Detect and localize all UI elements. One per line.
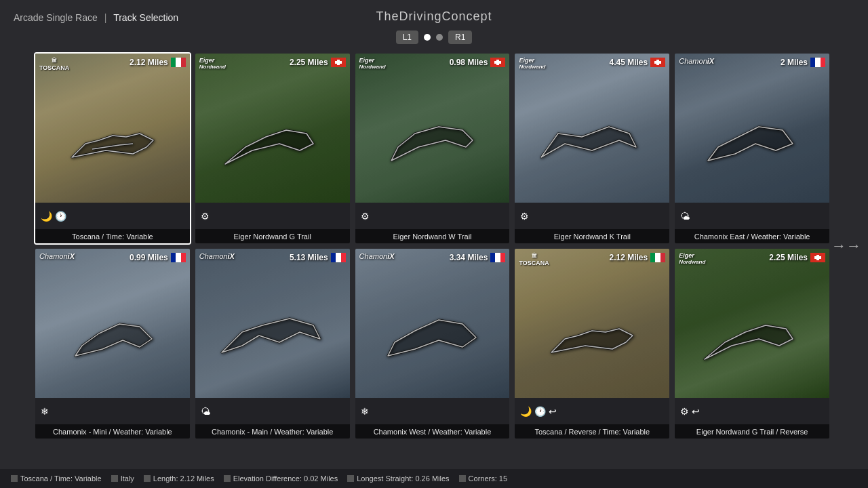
track-top-bar: ChamoniX 0.99 Miles — [39, 253, 186, 265]
track-card-eiger-nordwand-w[interactable]: Eiger Nordwand 0.98 Miles ⚙ — [354, 52, 511, 245]
footer-dot-1 — [111, 475, 118, 482]
svg-rect-2 — [181, 58, 186, 67]
svg-rect-18 — [331, 253, 336, 262]
track-card-toscana-time-variable[interactable]: 🏛 TOSCANA 2.12 Miles 🌙 🕐 — [34, 52, 191, 245]
site-title: TheDrivingConcept — [376, 9, 492, 24]
track-logo: ChamoniX — [359, 253, 395, 260]
track-top-bar: Eiger Nordwand 0.98 Miles — [359, 58, 506, 70]
track-logo: Eiger Nordwand — [679, 253, 705, 266]
track-flag — [490, 253, 505, 265]
footer-item-3: Elevation Difference: 0.02 Miles — [224, 474, 338, 483]
track-right-header: 2.12 Miles — [130, 58, 186, 70]
track-logo: 🏛 TOSCANA — [39, 58, 69, 71]
nav-dot-1 — [424, 34, 431, 41]
track-grid: 🏛 TOSCANA 2.12 Miles 🌙 🕐 — [0, 49, 868, 443]
svg-rect-8 — [494, 61, 501, 64]
track-top-bar: ChamoniX 5.13 Miles — [199, 253, 346, 265]
track-condition-icons: ⚙ ↩ — [680, 406, 700, 417]
svg-rect-26 — [660, 253, 665, 262]
footer-text-4: Longest Straight: 0.26 Miles — [357, 474, 449, 483]
header: Arcade Single Race | Track Selection The… — [0, 0, 868, 49]
track-outline — [691, 298, 813, 389]
track-flag — [331, 58, 346, 70]
track-miles: 4.45 Miles — [609, 58, 648, 67]
track-card-eiger-nordwand-k[interactable]: Eiger Nordwand 4.45 Miles ⚙ — [513, 52, 671, 245]
svg-rect-29 — [814, 256, 821, 259]
track-card-eiger-nordwand-g[interactable]: Eiger Nordwand 2.25 Miles ⚙ — [194, 52, 351, 245]
track-top-bar: Eiger Nordwand 2.25 Miles — [679, 253, 825, 266]
track-outline — [52, 103, 174, 194]
track-logo: Eiger Nordwand — [359, 58, 386, 70]
track-label: Chamonix West / Weather: Variable — [355, 424, 510, 439]
track-label: Eiger Nordwand G Trail / Reverse — [675, 424, 829, 439]
svg-rect-16 — [176, 253, 181, 262]
track-card-chamonix-east[interactable]: ChamoniX 2 Miles 🌤 Chamonix Ea — [673, 52, 831, 245]
track-miles: 0.98 Miles — [450, 58, 488, 67]
track-logo: ChamoniX — [39, 253, 75, 260]
track-outline — [371, 103, 493, 194]
track-condition-icons: 🌙 🕐 ↩ — [520, 406, 557, 417]
track-flag — [810, 253, 825, 265]
track-card-toscana-reverse[interactable]: 🏛 TOSCANA 2.12 Miles 🌙 🕐 ↩ — [513, 247, 671, 440]
track-condition-icons: ⚙ — [361, 211, 370, 222]
track-label: Eiger Nordwand K Trail — [515, 229, 669, 243]
track-right-header: 2.25 Miles — [769, 253, 825, 265]
footer-item-0: Toscana / Time: Variable — [11, 474, 102, 483]
svg-rect-1 — [176, 58, 181, 67]
track-flag — [650, 253, 665, 265]
track-card-chamonix-west[interactable]: ChamoniX 3.34 Miles ❄ Chamonix — [354, 247, 511, 440]
breadcrumb: Arcade Single Race | Track Selection — [14, 12, 178, 23]
footer-dot-2 — [144, 475, 151, 482]
footer-bar: Toscana / Time: VariableItalyLength: 2.1… — [0, 469, 868, 488]
nav-right-button[interactable]: R1 — [448, 30, 472, 44]
track-condition-icons: ❄ — [361, 406, 369, 417]
track-right-header: 2.25 Miles — [290, 58, 346, 70]
track-outline — [52, 298, 174, 389]
footer-dot-3 — [224, 475, 231, 482]
track-card-chamonix-main[interactable]: ChamoniX 5.13 Miles 🌤 Chamonix — [194, 247, 351, 440]
svg-rect-24 — [650, 253, 655, 262]
track-condition-icons: 🌙 🕐 — [41, 211, 66, 222]
svg-rect-17 — [181, 253, 186, 262]
track-flag — [331, 253, 346, 265]
svg-rect-5 — [335, 61, 342, 64]
footer-text-2: Length: 2.12 Miles — [153, 474, 214, 483]
track-miles: 2.25 Miles — [290, 58, 328, 67]
track-top-bar: Eiger Nordwand 2.25 Miles — [199, 58, 346, 70]
svg-rect-22 — [495, 253, 500, 262]
track-flag — [650, 58, 665, 70]
track-card-eiger-nordwand-gr[interactable]: Eiger Nordwand 2.25 Miles ⚙ ↩ — [673, 247, 831, 440]
svg-rect-12 — [810, 58, 815, 67]
svg-rect-15 — [171, 253, 176, 262]
track-label: Chamonix - Mini / Weather: Variable — [35, 424, 190, 439]
track-right-header: 3.34 Miles — [450, 253, 506, 265]
breadcrumb-current: Track Selection — [113, 12, 178, 23]
nav-left-button[interactable]: L1 — [396, 30, 418, 44]
track-miles: 2.12 Miles — [609, 253, 648, 262]
track-miles: 0.99 Miles — [130, 253, 168, 262]
track-label: Toscana / Time: Variable — [35, 229, 190, 243]
svg-rect-19 — [336, 253, 341, 262]
svg-rect-20 — [341, 253, 346, 262]
track-top-bar: 🏛 TOSCANA 2.12 Miles — [519, 253, 665, 266]
track-miles: 3.34 Miles — [450, 253, 488, 262]
track-miles: 2.25 Miles — [769, 253, 808, 262]
track-logo: ChamoniX — [199, 253, 235, 260]
track-card-chamonix-mini[interactable]: ChamoniX 0.99 Miles ❄ Chamonix — [34, 247, 191, 440]
breadcrumb-separator: | — [104, 12, 110, 23]
arrow-right-button[interactable]: →→ — [831, 237, 861, 255]
track-right-header: 5.13 Miles — [290, 253, 346, 265]
track-flag — [171, 58, 186, 70]
track-top-bar: ChamoniX 2 Miles — [679, 58, 825, 70]
track-right-header: 2 Miles — [781, 58, 825, 70]
footer-dot-0 — [11, 475, 18, 482]
track-flag — [810, 58, 825, 70]
footer-dot-4 — [347, 475, 354, 482]
track-outline — [371, 298, 493, 389]
track-right-header: 0.99 Miles — [130, 253, 186, 265]
track-right-header: 2.12 Miles — [609, 253, 665, 265]
track-flag — [490, 58, 505, 70]
track-outline — [691, 103, 813, 194]
track-top-bar: 🏛 TOSCANA 2.12 Miles — [39, 58, 186, 71]
track-miles: 2 Miles — [781, 58, 808, 67]
